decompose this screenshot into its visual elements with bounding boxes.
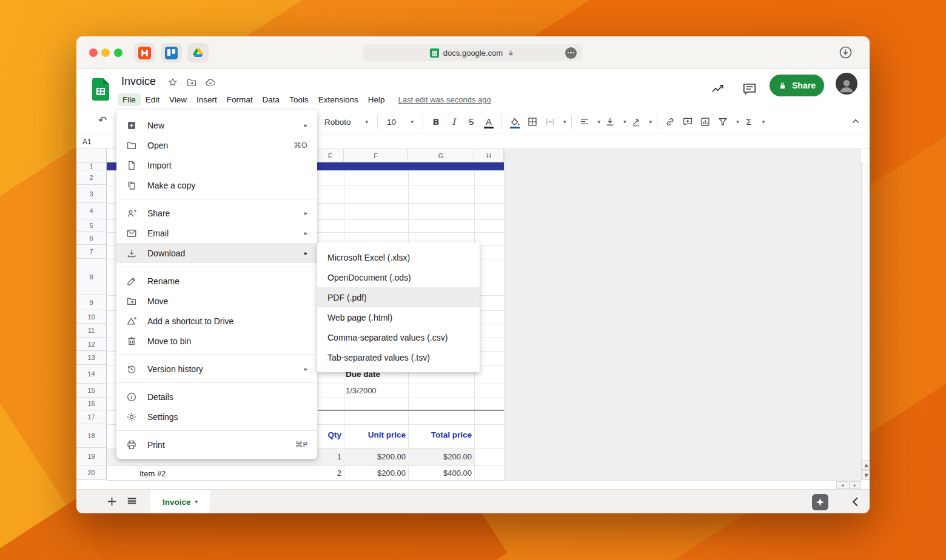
italic-button[interactable]: I: [446, 114, 461, 130]
row-header-6[interactable]: 6: [76, 232, 107, 245]
table-cell[interactable]: $200.00: [347, 468, 406, 478]
row-header-14[interactable]: 14: [76, 365, 107, 384]
table-cell[interactable]: $400.00: [412, 468, 472, 478]
table-cell[interactable]: 1: [318, 452, 341, 461]
insights-trending-icon[interactable]: [710, 81, 726, 97]
insert-comment-button[interactable]: [680, 114, 696, 130]
file-menu-item-move[interactable]: Move: [116, 291, 317, 311]
address-bar[interactable]: docs.google.com: [363, 44, 582, 61]
zoom-window-button[interactable]: [114, 48, 122, 57]
row-header-10[interactable]: 10: [76, 310, 107, 324]
row-header-1[interactable]: 1: [76, 162, 107, 170]
borders-button[interactable]: [525, 114, 540, 130]
drive-app-icon[interactable]: [187, 43, 209, 62]
row-header-19[interactable]: 19: [76, 448, 107, 465]
share-button[interactable]: Share: [770, 75, 824, 96]
scroll-right-button[interactable]: ▸: [849, 481, 861, 489]
avatar[interactable]: [836, 73, 857, 95]
add-sheet-icon[interactable]: [105, 495, 119, 508]
comment-history-icon[interactable]: [742, 81, 757, 97]
row-header-2[interactable]: 2: [76, 170, 107, 185]
fill-color-button[interactable]: [507, 114, 523, 130]
vertical-align-button[interactable]: [602, 114, 618, 130]
row-header-15[interactable]: 15: [76, 384, 107, 398]
font-size-select[interactable]: 10▾: [383, 114, 418, 130]
hide-side-panel-icon[interactable]: [848, 494, 864, 510]
file-menu-item-rename[interactable]: Rename: [116, 271, 317, 291]
row-header-5[interactable]: 5: [76, 219, 107, 232]
select-all-corner[interactable]: [76, 149, 107, 162]
all-sheets-icon[interactable]: [125, 495, 139, 508]
file-menu-item-settings[interactable]: Settings: [116, 407, 317, 427]
downloads-icon[interactable]: [838, 45, 853, 60]
row-header-4[interactable]: 4: [76, 203, 107, 219]
table-cell[interactable]: $200.00: [412, 452, 472, 461]
minimize-window-button[interactable]: [101, 48, 110, 57]
explore-button[interactable]: [812, 494, 828, 510]
download-option-tab-separated-values-tsv[interactable]: Tab-separated values (.tsv): [317, 347, 480, 367]
file-menu-item-add-a-shortcut-to-drive[interactable]: Add a shortcut to Drive: [116, 311, 317, 331]
download-option-web-page-html[interactable]: Web page (.html): [317, 307, 480, 327]
bold-button[interactable]: B: [428, 114, 444, 130]
scroll-left-button[interactable]: ◂: [836, 481, 848, 489]
undo-button[interactable]: ↶: [98, 114, 107, 126]
row-header-16[interactable]: 16: [76, 398, 107, 410]
table-header-total-price[interactable]: Total price: [412, 430, 472, 439]
scroll-up-button[interactable]: ▲: [862, 460, 870, 470]
file-menu-item-new[interactable]: New▸: [116, 115, 317, 135]
row-header-3[interactable]: 3: [76, 185, 107, 203]
vertical-scrollbar[interactable]: ▲ ▼: [861, 162, 870, 481]
download-option-pdf-pdf[interactable]: PDF (.pdf): [317, 287, 480, 307]
file-menu-item-version-history[interactable]: Version history▸: [116, 359, 317, 379]
horizontal-align-button[interactable]: [577, 114, 592, 130]
scroll-down-button[interactable]: ▼: [862, 470, 870, 480]
download-option-comma-separated-values-csv[interactable]: Comma-separated values (.csv): [317, 327, 480, 347]
row-header-20[interactable]: 20: [76, 465, 107, 480]
row-header-8[interactable]: 8: [76, 259, 107, 295]
cell-item-label[interactable]: Item #2: [139, 469, 166, 478]
file-menu-item-share[interactable]: Share▸: [116, 203, 317, 223]
trello-app-icon[interactable]: [161, 43, 182, 62]
h-logo-app-icon[interactable]: [134, 43, 155, 62]
file-menu-item-import[interactable]: Import: [116, 155, 317, 175]
row-header-11[interactable]: 11: [76, 324, 107, 338]
text-color-button[interactable]: A: [481, 114, 497, 130]
column-header-E[interactable]: E: [317, 149, 344, 162]
insert-chart-button[interactable]: [697, 114, 713, 130]
insert-link-button[interactable]: [662, 114, 678, 130]
column-header-G[interactable]: G: [408, 149, 474, 162]
table-cell[interactable]: $200.00: [347, 452, 406, 461]
sheet-tab-invoice[interactable]: Invoice ▾: [150, 490, 210, 513]
column-header-H[interactable]: H: [474, 149, 504, 162]
create-filter-button[interactable]: [715, 114, 731, 130]
file-menu-item-move-to-bin[interactable]: Move to bin: [116, 331, 317, 351]
row-header-18[interactable]: 18: [76, 424, 107, 448]
merge-cells-button[interactable]: [542, 114, 558, 130]
functions-button[interactable]: Σ: [741, 114, 757, 130]
name-box[interactable]: A1: [82, 138, 92, 146]
file-menu-item-email[interactable]: Email▸: [116, 223, 317, 243]
column-header-F[interactable]: F: [344, 149, 408, 162]
file-menu-item-details[interactable]: Details: [116, 387, 317, 407]
table-header-unit-price[interactable]: Unit price: [347, 430, 406, 439]
sheet-tab-caret-icon[interactable]: ▾: [195, 499, 198, 505]
row-header-13[interactable]: 13: [76, 351, 107, 365]
file-menu-item-open[interactable]: Open⌘O: [116, 135, 317, 155]
text-rotation-button[interactable]: [628, 114, 644, 130]
row-header-9[interactable]: 9: [76, 295, 107, 310]
table-cell[interactable]: 2: [318, 468, 341, 478]
file-menu-item-make-a-copy[interactable]: Make a copy: [116, 175, 317, 195]
horizontal-scrollbar[interactable]: ◂ ▸: [107, 481, 861, 489]
row-header-12[interactable]: 12: [76, 338, 107, 351]
strikethrough-button[interactable]: S: [463, 114, 479, 130]
download-option-microsoft-excel-xlsx[interactable]: Microsoft Excel (.xlsx): [317, 247, 480, 267]
font-family-select[interactable]: Roboto▾: [320, 114, 372, 130]
download-option-opendocument-ods[interactable]: OpenDocument (.ods): [317, 267, 480, 287]
file-menu-item-download[interactable]: Download▸: [116, 243, 317, 263]
row-header-7[interactable]: 7: [76, 245, 107, 259]
row-header-17[interactable]: 17: [76, 410, 107, 424]
cell-due-date-value[interactable]: 1/3/2000: [346, 386, 377, 395]
collapse-toolbar-icon[interactable]: [849, 115, 862, 128]
table-header-qty[interactable]: Qty: [318, 430, 341, 439]
page-settings-ellipsis-icon[interactable]: [565, 47, 577, 59]
